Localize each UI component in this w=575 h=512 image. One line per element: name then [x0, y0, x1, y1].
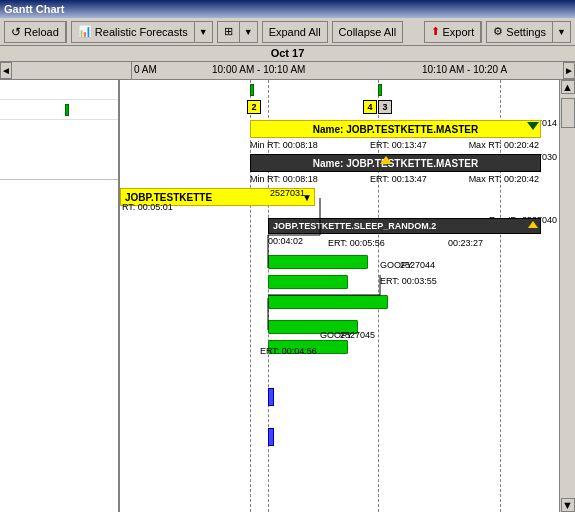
- blue-bar-1: [268, 388, 274, 406]
- realistic-forecasts-main[interactable]: 📊 Realistic Forecasts: [72, 22, 195, 42]
- yellow-bar-1: Name: JOBP.TESTKETTE.MASTER: [250, 120, 541, 138]
- date-label: Oct 17: [271, 47, 305, 59]
- green-bar-2: [268, 275, 348, 289]
- nav-left-arrow[interactable]: ◄: [0, 62, 12, 79]
- realistic-forecasts-label: Realistic Forecasts: [95, 26, 188, 38]
- sleep-bar-row: JOBP.TESTKETTE.SLEEP_RANDOM.2: [268, 218, 541, 236]
- blue-bar-2: [268, 428, 274, 446]
- settings-button[interactable]: ⚙ Settings ▼: [486, 21, 571, 43]
- job-id-1: 2527031: [270, 188, 305, 198]
- yellow-bar-row1: Name: JOBP.TESTKETTE.MASTER: [250, 120, 541, 140]
- gantt-body: 2 4 3 Run ID: 2527014 Name: JOBP.TESTKET…: [0, 80, 575, 512]
- goofy-id-2: 2527045: [340, 330, 375, 340]
- ert-2: ERT: 00:13:47: [370, 174, 427, 184]
- rt-label-1: RT: 00:05:01: [122, 202, 173, 212]
- collapse-all-button[interactable]: Collapse All: [332, 21, 403, 43]
- expand-all-button[interactable]: Expand All: [262, 21, 328, 43]
- export-label: Export: [443, 26, 475, 38]
- scrollbar-vertical[interactable]: ▲ ▼: [559, 80, 575, 512]
- realistic-forecasts-button[interactable]: 📊 Realistic Forecasts ▼: [71, 21, 213, 43]
- max-rt-2: Max RT: 00:20:42: [469, 174, 539, 184]
- goofy-id-1: 2527044: [400, 260, 435, 270]
- timeline-scale: 0 AM 10:00 AM - 10:10 AM 10:10 AM - 10:2…: [132, 62, 563, 79]
- expand-all-label: Expand All: [269, 26, 321, 38]
- date-header: Oct 17: [0, 46, 575, 62]
- sleep-rt-row: 00:04:02 ERT: 00:05:56 00:23:27: [268, 236, 363, 248]
- sleep-ert: ERT: 00:05:56: [328, 238, 385, 248]
- max-rt-1: Max RT: 00:20:42: [469, 140, 539, 150]
- title-label: Gantt Chart: [4, 3, 65, 15]
- scroll-thumb[interactable]: [561, 98, 575, 128]
- sleep-rt: 00:04:02: [268, 236, 303, 246]
- chart-icon: 📊: [78, 25, 92, 38]
- triangle-up-1: [380, 156, 392, 164]
- timeline-left-panel: [12, 62, 132, 79]
- time-label-2: 10:00 AM - 10:10 AM: [212, 64, 305, 75]
- marker-box-3: 3: [378, 100, 392, 114]
- sleep-label: JOBP.TESTKETTE.SLEEP_RANDOM.2: [273, 221, 436, 231]
- min-rt-2: Min RT: 00:08:18: [250, 174, 318, 184]
- export-icon: ⬆: [431, 25, 440, 38]
- timeline-header: ◄ 0 AM 10:00 AM - 10:10 AM 10:10 AM - 10…: [0, 62, 575, 80]
- scroll-down-button[interactable]: ▼: [561, 498, 575, 512]
- marker-box-2: 2: [247, 100, 261, 114]
- export-button[interactable]: ⬆ Export: [424, 21, 483, 43]
- scroll-up-button[interactable]: ▲: [561, 80, 575, 94]
- collapse-all-label: Collapse All: [339, 26, 396, 38]
- triangle-down-1: [527, 122, 539, 130]
- left-panel: [0, 80, 120, 512]
- chart-area: 2 4 3 Run ID: 2527014 Name: JOBP.TESTKET…: [120, 80, 559, 512]
- sleep-black-bar: JOBP.TESTKETTE.SLEEP_RANDOM.2: [268, 218, 541, 234]
- title-bar: Gantt Chart: [0, 0, 575, 18]
- expand-button[interactable]: ⊞ ▼: [217, 21, 258, 43]
- expand-icon: ⊞: [224, 25, 233, 38]
- rt-row-3: RT: 00:05:01: [120, 200, 171, 212]
- black-bar-label: Name: JOBP.TESTKETTE.MASTER: [313, 158, 478, 169]
- green-marker-left: [65, 104, 69, 116]
- export-main[interactable]: ⬆ Export: [425, 22, 482, 42]
- realistic-forecasts-arrow[interactable]: ▼: [195, 22, 212, 42]
- sleep-rt2: 00:23:27: [448, 238, 483, 248]
- ert-1: ERT: 00:13:47: [370, 140, 427, 150]
- time-label-1: 0 AM: [134, 64, 157, 75]
- expand-arrow[interactable]: ▼: [240, 22, 257, 42]
- settings-arrow[interactable]: ▼: [553, 22, 570, 42]
- reload-icon: ↺: [11, 25, 21, 39]
- green-bar-3: [268, 295, 388, 309]
- time-label-3: 10:10 AM - 10:20 A: [422, 64, 507, 75]
- green-top-2: [378, 84, 382, 96]
- toolbar: ↺ Reload 📊 Realistic Forecasts ▼ ⊞ ▼ Exp…: [0, 18, 575, 46]
- reload-label: Reload: [24, 26, 59, 38]
- black-bar-row: Name: JOBP.TESTKETTE.MASTER: [250, 154, 541, 174]
- reload-button[interactable]: ↺ Reload: [4, 21, 67, 43]
- black-bar: Name: JOBP.TESTKETTE.MASTER: [250, 154, 541, 172]
- settings-main[interactable]: ⚙ Settings: [487, 22, 553, 42]
- reload-main[interactable]: ↺ Reload: [5, 22, 66, 42]
- sleep-triangle: [528, 221, 538, 228]
- ert-goofy: ERT: 00:03:55: [380, 276, 437, 286]
- settings-icon: ⚙: [493, 25, 503, 38]
- expand-main[interactable]: ⊞: [218, 22, 240, 42]
- green-top-1: [250, 84, 254, 96]
- settings-label: Settings: [506, 26, 546, 38]
- green-bar-1: [268, 255, 368, 269]
- ert-5: ERT: 00:04:56: [260, 346, 317, 356]
- yellow-bar-1-label: Name: JOBP.TESTKETTE.MASTER: [313, 124, 478, 135]
- nav-right-arrow[interactable]: ►: [563, 62, 575, 79]
- min-rt-1: Min RT: 00:08:18: [250, 140, 318, 150]
- marker-row: 2 4 3: [120, 100, 559, 118]
- marker-box-4: 4: [363, 100, 377, 114]
